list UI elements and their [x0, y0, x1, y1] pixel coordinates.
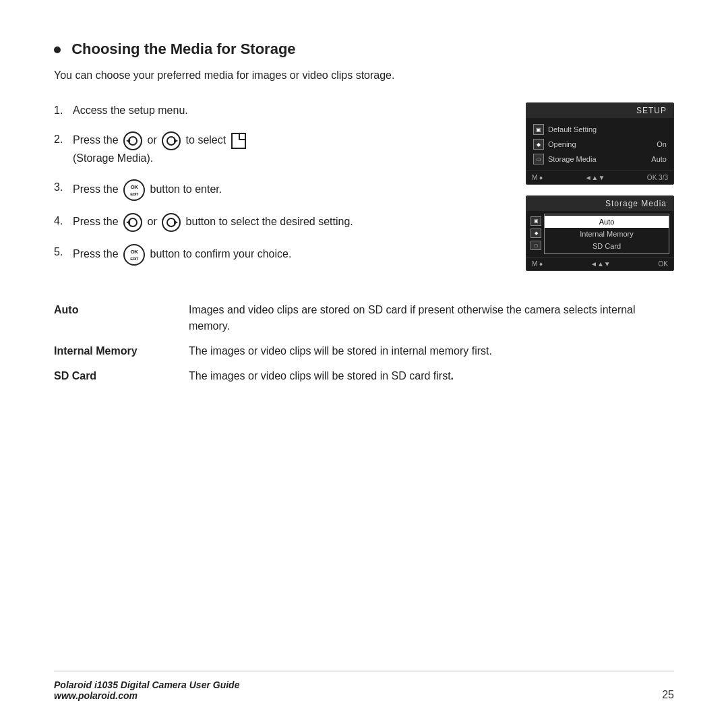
storage-footer-left: M ♦ — [532, 260, 543, 268]
page-footer: Polaroid i1035 Digital Camera User Guide… — [54, 671, 674, 701]
setup-icon-2: ◆ — [533, 139, 544, 150]
setup-label-1: Default Setting — [548, 125, 663, 133]
step-2-content: Press the or to select (Storage Media). — [73, 131, 499, 167]
page: Choosing the Media for Storage You can c… — [0, 0, 728, 728]
footer-website: www.polaroid.com — [54, 690, 239, 701]
step-5-content: Press the OK EDIT button to confirm your… — [73, 244, 499, 266]
setup-screen-footer: M ♦ ◄▲▼ OK 3/3 — [526, 171, 673, 184]
step-3: 3. Press the OK EDIT button to enter. — [54, 179, 499, 201]
storage-icon-1: ▣ — [530, 216, 541, 226]
def-sdcard: SD Card The images or video clips will b… — [54, 368, 674, 385]
storage-screen-header: Storage Media — [526, 196, 673, 211]
setup-screen: SETUP ▣ Default Setting ◆ Opening On — [526, 102, 674, 185]
setup-screen-body: ▣ Default Setting ◆ Opening On □ Storage… — [526, 118, 673, 171]
step-2-num: 2. — [54, 131, 73, 148]
two-column-layout: 1. Access the setup menu. 2. Press the o… — [54, 102, 674, 278]
dial-down2-icon — [162, 213, 181, 232]
setup-row-2: ◆ Opening On — [532, 137, 668, 152]
def-auto-desc: Images and video clips are stored on SD … — [189, 302, 674, 336]
setup-footer-arrows: ◄▲▼ — [585, 174, 605, 181]
setup-value-3: Auto — [651, 155, 667, 163]
page-number: 25 — [662, 689, 674, 701]
main-content: Choosing the Media for Storage You can c… — [54, 40, 674, 655]
storage-media-icon — [231, 133, 246, 149]
step-2: 2. Press the or to select (Storage Media… — [54, 131, 499, 167]
setup-footer-left: M ♦ — [532, 174, 543, 181]
storage-list-item-auto: Auto — [545, 216, 669, 228]
dial-up2-icon — [123, 213, 142, 232]
intro-text: You can choose your preferred media for … — [54, 67, 674, 84]
step-1-num: 1. — [54, 102, 73, 119]
storage-screen-body: ▣ ◆ □ Auto Internal Memory SD Card — [526, 211, 673, 257]
bullet-icon — [54, 47, 61, 53]
step-4: 4. Press the or button to select the des… — [54, 213, 499, 232]
setup-row-1: ▣ Default Setting — [532, 122, 668, 137]
setup-value-2: On — [657, 140, 667, 148]
setup-footer-right: OK 3/3 — [647, 174, 668, 181]
step-3-content: Press the OK EDIT button to enter. — [73, 179, 499, 201]
storage-list-item-sd: SD Card — [545, 240, 669, 252]
step-4-num: 4. — [54, 213, 73, 230]
ok-edit-button2-icon: OK EDIT — [123, 244, 145, 266]
storage-footer-right: OK — [659, 260, 668, 268]
dial-up-icon — [123, 131, 142, 150]
definitions-section: Auto Images and video clips are stored o… — [54, 302, 674, 385]
storage-icon-3: □ — [530, 241, 541, 250]
setup-label-3: Storage Media — [548, 155, 647, 163]
def-auto: Auto Images and video clips are stored o… — [54, 302, 674, 336]
instructions-list: 1. Access the setup menu. 2. Press the o… — [54, 102, 499, 278]
setup-label-2: Opening — [548, 140, 653, 148]
step-1: 1. Access the setup menu. — [54, 102, 499, 119]
setup-icon-1: ▣ — [533, 124, 544, 135]
step-5: 5. Press the OK EDIT button to confirm y… — [54, 244, 499, 266]
def-internal-desc: The images or video clips will be stored… — [189, 343, 674, 360]
guide-title: Polaroid i1035 Digital Camera User Guide — [54, 679, 239, 690]
storage-list: Auto Internal Memory SD Card — [544, 214, 669, 254]
storage-footer-arrows: ◄▲▼ — [590, 260, 611, 268]
step-4-content: Press the or button to select the desire… — [73, 213, 499, 232]
def-internal: Internal Memory The images or video clip… — [54, 343, 674, 360]
storage-media-screen: Storage Media ▣ ◆ □ Auto Internal Memory… — [526, 195, 674, 271]
def-internal-term: Internal Memory — [54, 343, 175, 360]
storage-icons-col: ▣ ◆ □ — [530, 214, 541, 254]
screen-mockups: SETUP ▣ Default Setting ◆ Opening On — [526, 102, 674, 271]
dial-down-icon — [162, 131, 181, 150]
storage-screen-footer: M ♦ ◄▲▼ OK — [526, 257, 673, 270]
setup-screen-header: SETUP — [526, 103, 673, 118]
section-title: Choosing the Media for Storage — [54, 40, 674, 58]
def-auto-term: Auto — [54, 302, 175, 336]
footer-left: Polaroid i1035 Digital Camera User Guide… — [54, 679, 239, 701]
step-5-num: 5. — [54, 244, 73, 261]
step-3-num: 3. — [54, 179, 73, 196]
ok-edit-button-icon: OK EDIT — [123, 179, 145, 201]
setup-row-3: □ Storage Media Auto — [532, 152, 668, 166]
step-1-content: Access the setup menu. — [73, 102, 499, 119]
storage-list-item-internal: Internal Memory — [545, 228, 669, 240]
def-sdcard-term: SD Card — [54, 368, 175, 385]
setup-icon-3: □ — [533, 154, 544, 164]
storage-icon-2: ◆ — [530, 229, 541, 238]
def-sdcard-desc: The images or video clips will be stored… — [189, 368, 674, 385]
